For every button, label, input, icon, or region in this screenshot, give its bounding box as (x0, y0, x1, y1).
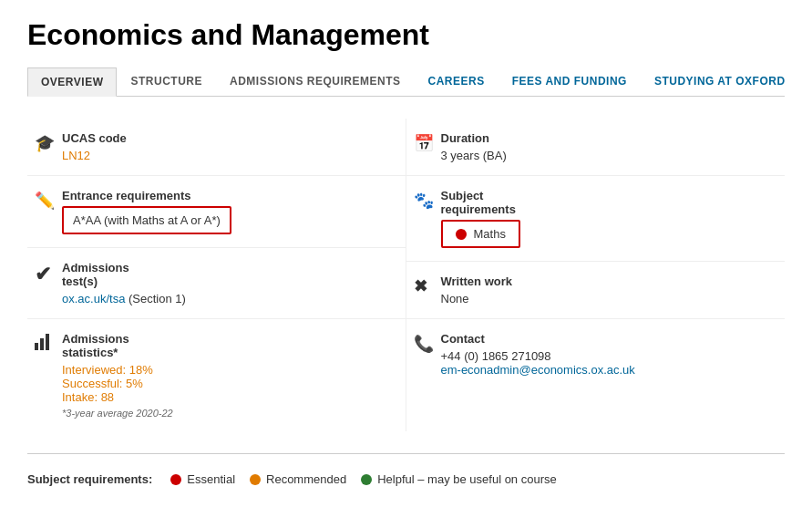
legend-recommended: Recommended (250, 472, 346, 486)
entrance-requirements-row: ✏️ Entrance requirements A*AA (with Math… (27, 176, 406, 248)
duration-label: Duration (441, 131, 778, 145)
written-work-label: Written work (441, 274, 778, 288)
stats-intake: Intake: 88 (62, 390, 398, 404)
contact-content: Contact +44 (0) 1865 271098 em-econadmin… (441, 332, 778, 377)
legend-helpful: Helpful – may be useful on course (361, 472, 557, 486)
navigation-tabs: OVERVIEW STRUCTURE ADMISSIONS REQUIREMEN… (27, 67, 785, 97)
left-column: 🎓 UCAS code LN12 ✏️ Entrance requirement… (27, 119, 406, 431)
x-icon: ✖ (414, 276, 441, 296)
info-grid: 🎓 UCAS code LN12 ✏️ Entrance requirement… (27, 119, 785, 431)
recommended-legend-label: Recommended (266, 472, 346, 486)
admissions-test-section: (Section 1) (128, 292, 186, 305)
subject-requirements-row: 🐾 Subjectrequirements Maths (406, 176, 786, 262)
svg-rect-2 (46, 334, 49, 350)
subject-requirements-label: Subjectrequirements (441, 189, 778, 216)
subject-requirements-value-box: Maths (441, 220, 778, 248)
helpful-legend-dot (361, 474, 372, 485)
admissions-test-link[interactable]: ox.ac.uk/tsa (62, 292, 125, 305)
duration-content: Duration 3 years (BA) (441, 131, 778, 162)
helpful-legend-label: Helpful – may be useful on course (377, 472, 557, 486)
admissions-tests-content: Admissionstest(s) ox.ac.uk/tsa (Section … (62, 261, 398, 305)
tab-admissions-requirements[interactable]: ADMISSIONS REQUIREMENTS (216, 67, 415, 96)
svg-rect-1 (40, 338, 44, 350)
essential-dot (456, 229, 467, 240)
entrance-requirements-value: A*AA (with Maths at A or A*) (62, 206, 231, 234)
subject-icon: 🐾 (414, 191, 441, 211)
written-work-row: ✖ Written work None (406, 262, 786, 319)
legend-essential: Essential (170, 472, 235, 486)
admissions-tests-label: Admissionstest(s) (62, 261, 398, 288)
tab-structure[interactable]: STRUCTURE (117, 67, 216, 96)
calendar-icon: 📅 (414, 133, 441, 153)
right-column: 📅 Duration 3 years (BA) 🐾 Subjectrequire… (406, 119, 786, 431)
entrance-requirements-content: Entrance requirements A*AA (with Maths a… (62, 189, 398, 234)
contact-label: Contact (441, 332, 778, 346)
tab-fees-funding[interactable]: FEES AND FUNDING (499, 67, 641, 96)
duration-row: 📅 Duration 3 years (BA) (406, 119, 786, 176)
essential-legend-label: Essential (187, 472, 235, 486)
stats-interviewed: Interviewed: 18% (62, 363, 398, 377)
ucas-code-value: LN12 (62, 149, 398, 162)
admissions-tests-row: ✔ Admissionstest(s) ox.ac.uk/tsa (Sectio… (27, 248, 406, 319)
subject-req-value: Maths (474, 227, 506, 241)
entrance-requirements-value-box: A*AA (with Maths at A or A*) (62, 206, 398, 234)
stats-note: *3-year average 2020-22 (62, 408, 398, 419)
tab-careers[interactable]: CAREERS (414, 67, 498, 96)
legend-heading: Subject requirements: (27, 472, 152, 486)
tab-studying-oxford[interactable]: STUDYING AT OXFORD (641, 67, 799, 96)
bar-chart-icon (35, 334, 62, 355)
ucas-code-row: 🎓 UCAS code LN12 (27, 119, 406, 176)
pencil-icon: ✏️ (35, 191, 62, 211)
tab-overview[interactable]: OVERVIEW (27, 67, 117, 97)
contact-row: 📞 Contact +44 (0) 1865 271098 em-econadm… (406, 319, 786, 389)
contact-phone: +44 (0) 1865 271098 (441, 349, 778, 363)
stats-successful: Successful: 5% (62, 377, 398, 390)
phone-icon: 📞 (414, 334, 441, 354)
essential-legend-dot (170, 474, 181, 485)
written-work-content: Written work None (441, 274, 778, 305)
duration-value: 3 years (BA) (441, 149, 778, 162)
admissions-tests-value: ox.ac.uk/tsa (Section 1) (62, 292, 398, 305)
written-work-value: None (441, 292, 778, 305)
svg-rect-0 (35, 343, 38, 350)
ucas-code-content: UCAS code LN12 (62, 131, 398, 162)
subject-requirements-legend: Subject requirements: Essential Recommen… (27, 472, 785, 486)
subject-requirements-content: Subjectrequirements Maths (441, 189, 778, 248)
ucas-code-label: UCAS code (62, 131, 398, 145)
page-title: Economics and Management (27, 18, 785, 52)
recommended-legend-dot (250, 474, 261, 485)
legend-section: Subject requirements: Essential Recommen… (27, 453, 785, 486)
subject-req-highlighted: Maths (441, 220, 520, 248)
admissions-stats-content: Admissionsstatistics* Interviewed: 18% S… (62, 332, 398, 419)
admissions-stats-label: Admissionsstatistics* (62, 332, 398, 359)
graduation-icon: 🎓 (35, 133, 62, 153)
entrance-requirements-label: Entrance requirements (62, 189, 398, 202)
contact-email[interactable]: em-econadmin@economics.ox.ac.uk (441, 363, 778, 377)
checkmark-icon: ✔ (35, 263, 62, 286)
admissions-stats-row: Admissionsstatistics* Interviewed: 18% S… (27, 319, 406, 431)
